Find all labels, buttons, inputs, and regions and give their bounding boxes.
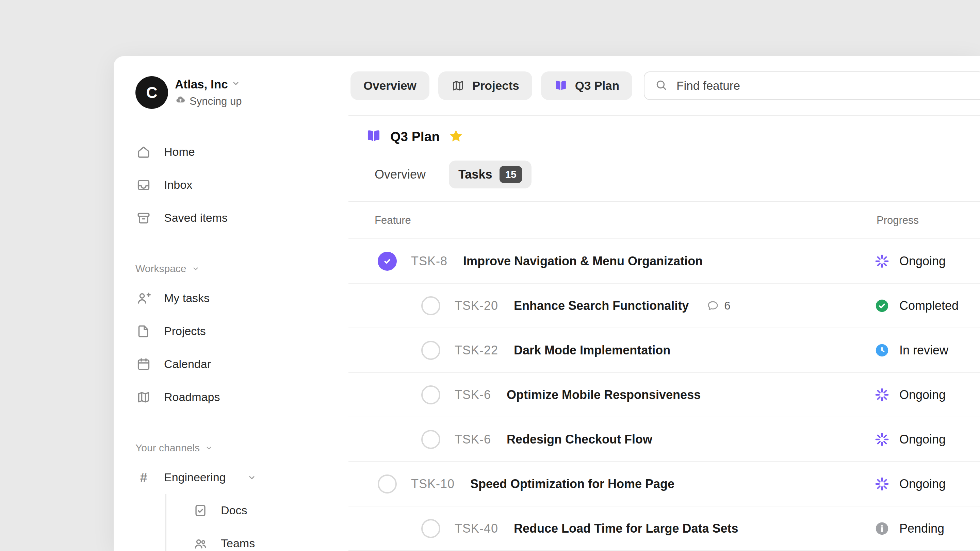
sidebar-subitem-docs[interactable]: Docs	[166, 494, 348, 527]
table-row[interactable]: TSK-8 Improve Navigation & Menu Organiza…	[348, 239, 980, 284]
sidebar-item-my-tasks[interactable]: My tasks	[135, 282, 348, 314]
main-panel: Overview Projects Q3 Plan Q3 Plan Overvi…	[348, 56, 980, 551]
status-badge: Completed	[875, 299, 959, 313]
search-box[interactable]	[644, 71, 980, 100]
sidebar: C Atlas, Inc Syncing up Home Inbox Saved…	[114, 56, 348, 551]
home-icon	[136, 144, 151, 159]
status-label: Ongoing	[899, 388, 946, 402]
task-title: Dark Mode Implementation	[514, 343, 670, 357]
status-badge: Pending	[875, 521, 944, 536]
task-checkbox-checked[interactable]	[378, 252, 397, 271]
table-row[interactable]: TSK-22 Dark Mode Implementation In revie…	[348, 328, 980, 373]
section-title: Your channels	[135, 442, 200, 454]
status-label: Ongoing	[899, 477, 946, 491]
chevron-down-icon	[231, 78, 241, 91]
ongoing-spinner-icon	[875, 388, 889, 402]
task-title: Enhance Search Functionality	[514, 299, 689, 313]
sidebar-item-engineering[interactable]: # Engineering	[135, 461, 348, 494]
table-row[interactable]: TSK-20 Enhance Search Functionality 6 Co…	[348, 284, 980, 328]
people-icon	[193, 537, 208, 551]
page-title: Q3 Plan	[390, 129, 440, 144]
sidebar-item-label: Saved items	[164, 211, 228, 224]
toolbar-tab-overview[interactable]: Overview	[350, 71, 430, 100]
section-header-your-channels[interactable]: Your channels	[135, 438, 348, 458]
task-checkbox[interactable]	[378, 475, 397, 494]
sync-status-label: Syncing up	[189, 95, 242, 108]
task-id: TSK-40	[455, 521, 498, 536]
task-id: TSK-6	[455, 388, 491, 402]
sidebar-sections: Workspace My tasks Projects Calendar	[135, 259, 348, 551]
status-badge: Ongoing	[875, 477, 946, 491]
task-checkbox[interactable]	[421, 519, 440, 538]
sidebar-item-calendar[interactable]: Calendar	[135, 348, 348, 381]
search-icon	[655, 79, 668, 92]
ongoing-spinner-icon	[875, 254, 889, 268]
clock-circle-icon	[875, 343, 889, 357]
table-row[interactable]: TSK-40 Reduce Load Time for Large Data S…	[348, 507, 980, 551]
toolbar-tab-q3-plan[interactable]: Q3 Plan	[541, 71, 632, 100]
sidebar-item-roadmaps[interactable]: Roadmaps	[135, 381, 348, 414]
sidebar-item-label: Inbox	[164, 178, 192, 192]
task-title: Redesign Checkout Flow	[507, 432, 652, 446]
status-label: Pending	[899, 521, 944, 536]
search-input[interactable]	[676, 79, 974, 93]
chevron-down-icon	[205, 443, 213, 453]
task-checkbox[interactable]	[421, 341, 440, 360]
info-circle-icon	[875, 521, 889, 536]
sidebar-item-saved-items[interactable]: Saved items	[135, 202, 348, 234]
sidebar-item-home[interactable]: Home	[135, 135, 348, 168]
sync-status: Syncing up	[175, 94, 242, 108]
toolbar-tab-label: Projects	[472, 79, 519, 92]
sidebar-item-inbox[interactable]: Inbox	[135, 168, 348, 202]
task-checkbox[interactable]	[421, 296, 440, 315]
map-icon	[136, 390, 151, 405]
table-row[interactable]: TSK-6 Redesign Checkout Flow Ongoing	[348, 417, 980, 462]
toolbar-tabs: Overview Projects Q3 Plan	[350, 71, 641, 100]
page-tabs: Overview Tasks 15	[348, 160, 980, 189]
task-checkbox[interactable]	[421, 385, 440, 404]
ongoing-spinner-icon	[875, 477, 889, 491]
sidebar-item-label: Engineering	[164, 471, 226, 484]
sidebar-item-label: My tasks	[164, 292, 210, 305]
document-icon	[136, 324, 151, 339]
task-title: Optimize Mobile Responsiveness	[507, 388, 701, 402]
book-icon	[366, 128, 382, 145]
chevron-down-icon	[231, 78, 241, 89]
ongoing-spinner-icon	[875, 432, 889, 446]
column-header-progress: Progress	[877, 214, 919, 227]
page-header: Q3 Plan Overview Tasks 15	[348, 116, 980, 202]
comment-indicator[interactable]: 6	[706, 299, 730, 312]
calendar-icon	[136, 357, 151, 372]
status-label: Completed	[899, 299, 959, 313]
workspace-name: Atlas, Inc	[175, 78, 228, 91]
workspace-switcher[interactable]: C Atlas, Inc Syncing up	[135, 76, 348, 109]
table-row[interactable]: TSK-6 Optimize Mobile Responsiveness Ong…	[348, 373, 980, 417]
status-badge: Ongoing	[875, 254, 946, 268]
user-plus-icon	[136, 291, 151, 306]
sidebar-subitem-teams[interactable]: Teams	[166, 527, 348, 551]
archive-icon	[136, 211, 151, 225]
task-id: TSK-8	[411, 254, 447, 268]
sidebar-subitem-label: Teams	[221, 537, 255, 550]
star-icon[interactable]	[449, 129, 463, 145]
comment-icon	[706, 299, 719, 312]
task-checkbox[interactable]	[421, 430, 440, 449]
workspace-avatar[interactable]: C	[135, 76, 168, 109]
task-table: TSK-8 Improve Navigation & Menu Organiza…	[348, 239, 980, 551]
page-tab-overview[interactable]: Overview	[375, 167, 426, 182]
sidebar-item-projects[interactable]: Projects	[135, 314, 348, 348]
page-tab-tasks[interactable]: Tasks 15	[449, 160, 531, 189]
top-toolbar: Overview Projects Q3 Plan	[348, 56, 980, 116]
section-header-workspace[interactable]: Workspace	[135, 259, 348, 279]
inbox-icon	[136, 178, 151, 192]
toolbar-tab-projects[interactable]: Projects	[438, 71, 532, 100]
cloud-sync-icon	[175, 94, 186, 105]
check-icon	[382, 256, 393, 267]
table-row[interactable]: TSK-10 Speed Optimization for Home Page …	[348, 462, 980, 507]
sidebar-item-label: Home	[164, 145, 195, 159]
chevron-down-icon	[247, 472, 257, 483]
toolbar-tab-label: Overview	[363, 79, 417, 92]
sidebar-item-label: Roadmaps	[164, 391, 220, 404]
table-header: Feature Progress	[348, 202, 980, 239]
sidebar-item-label: Projects	[164, 324, 206, 338]
